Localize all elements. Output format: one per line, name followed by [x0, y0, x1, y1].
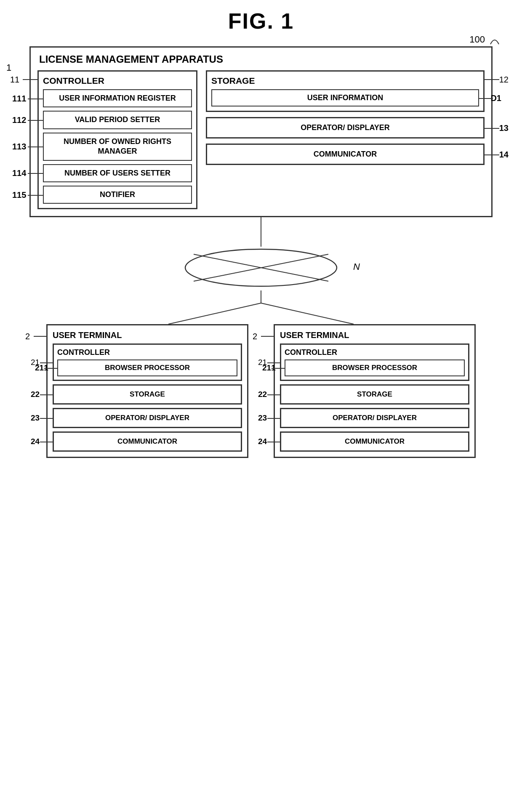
apparatus-inner: 11 CONTROLLER 111 USER INFORMATION REGIS… — [37, 70, 485, 209]
ref-115-line — [28, 195, 44, 196]
page: FIG. 1 1 100 LICENSE MANAGEMENT APPARATU… — [0, 0, 522, 812]
term1-browser-processor: 211 BROWSER PROCESSOR — [57, 359, 237, 376]
ref-211-left-line — [44, 368, 58, 369]
operator-displayer-box: 13 OPERATOR/ DISPLAYER — [206, 117, 485, 138]
ref-12: 12 — [499, 75, 509, 85]
ref-22-left-line — [40, 394, 54, 395]
ref-23-right-line — [267, 418, 281, 419]
ref-24-left-line — [40, 442, 54, 442]
ref-22-right-line — [267, 394, 281, 395]
ref-111: 111 — [12, 93, 26, 104]
ref-24-right-line — [267, 442, 281, 442]
ref-24-right: 24 — [258, 437, 267, 446]
term1-communicator: 24 COMMUNICATOR — [53, 431, 242, 452]
ref-2-right: 2 — [253, 332, 257, 341]
ref-23-right: 23 — [258, 413, 267, 423]
ctrl-item-114: 114 NUMBER OF USERS SETTER — [43, 164, 192, 182]
storage-title: STORAGE — [211, 76, 479, 86]
terminal-2-wrapper: 2 USER TERMINAL 21 CONTROLLER 211 BROWSE… — [274, 324, 476, 458]
apparatus-box: LICENSE MANAGEMENT APPARATUS 11 CONTROLL… — [29, 46, 493, 217]
ref-112: 112 — [12, 114, 26, 125]
figure-title: FIG. 1 — [8, 8, 514, 34]
ref-23-left-line — [40, 418, 54, 419]
ref-13-line — [483, 128, 499, 129]
vert-line-top — [261, 217, 261, 247]
ref-2-left: 2 — [25, 332, 30, 341]
ctrl-ref-line — [23, 79, 39, 80]
ref-114: 114 — [12, 168, 26, 178]
ref-14: 14 — [499, 149, 509, 159]
ref-111-line — [28, 99, 44, 99]
term1-ctrl-title: CONTROLLER — [57, 348, 237, 357]
ref-113: 113 — [12, 141, 26, 152]
ref-23-left: 23 — [31, 413, 40, 423]
terminals-row: 2 USER TERMINAL 21 CONTROLLER 211 BROWSE… — [29, 324, 493, 458]
ref-115: 115 — [12, 189, 26, 200]
term1-controller-box: 21 CONTROLLER 211 BROWSER PROCESSOR — [53, 343, 242, 381]
ref-14-line — [483, 154, 499, 155]
ref-112-line — [28, 120, 44, 121]
svg-line-6 — [261, 303, 354, 324]
ctrl-item-111: 111 USER INFORMATION REGISTER — [43, 89, 192, 107]
ref-12-line — [483, 79, 499, 80]
diverge-svg — [93, 290, 429, 324]
ref-2-left-line — [34, 336, 46, 337]
network-label-n: N — [353, 261, 360, 272]
network-ellipse-svg — [181, 247, 341, 289]
ref-13: 13 — [499, 123, 509, 133]
ref-2-right-line — [261, 336, 274, 337]
ref-D1-line — [478, 98, 493, 99]
controller-box: 11 CONTROLLER 111 USER INFORMATION REGIS… — [37, 70, 197, 209]
controller-title: CONTROLLER — [43, 76, 192, 86]
terminal-2-title: USER TERMINAL — [280, 330, 469, 340]
storage-box: 12 STORAGE D1 USER INFORMATION — [206, 70, 485, 112]
storage-user-info: D1 USER INFORMATION — [211, 89, 479, 106]
ref-114-line — [28, 173, 44, 174]
ref-label-1: 1 — [6, 62, 11, 73]
ctrl-item-115: 115 NOTIFIER — [43, 186, 192, 204]
ref-22-left: 22 — [31, 390, 40, 399]
ctrl-item-113: 113 NUMBER OF OWNED RIGHTS MANAGER — [43, 133, 192, 161]
terminal-1-box: USER TERMINAL 21 CONTROLLER 211 BROWSER … — [46, 324, 248, 458]
storage-section: 12 STORAGE D1 USER INFORMATION — [206, 70, 485, 209]
communicator-box-apparatus: 14 COMMUNICATOR — [206, 144, 485, 165]
ref-113-line — [28, 146, 44, 147]
term1-operator: 23 OPERATOR/ DISPLAYER — [53, 408, 242, 428]
ref-label-100: 100 — [469, 34, 501, 46]
ctrl-ref-11: 11 — [10, 75, 19, 85]
apparatus-wrapper: 1 100 LICENSE MANAGEMENT APPARATUS 11 CO… — [29, 46, 493, 217]
term2-browser-processor: 211 BROWSER PROCESSOR — [285, 359, 465, 376]
term2-storage: 22 STORAGE — [280, 384, 469, 405]
ref-24-left: 24 — [31, 437, 40, 446]
ctrl-item-112: 112 VALID PERIOD SETTER — [43, 111, 192, 129]
term2-ctrl-title: CONTROLLER — [285, 348, 465, 357]
term2-communicator: 24 COMMUNICATOR — [280, 431, 469, 452]
term2-controller-box: 21 CONTROLLER 211 BROWSER PROCESSOR — [280, 343, 469, 381]
network-section: N — [8, 217, 514, 324]
network-ellipse-container: N — [181, 247, 341, 290]
apparatus-title: LICENSE MANAGEMENT APPARATUS — [39, 53, 485, 65]
ref-22-right: 22 — [258, 390, 267, 399]
diverge-container — [93, 290, 429, 324]
terminal-1-title: USER TERMINAL — [53, 330, 242, 340]
term2-operator: 23 OPERATOR/ DISPLAYER — [280, 408, 469, 428]
term1-storage: 22 STORAGE — [53, 384, 242, 405]
terminal-2-box: USER TERMINAL 21 CONTROLLER 211 BROWSER … — [274, 324, 476, 458]
ref-211-right-line — [272, 368, 285, 369]
svg-line-5 — [168, 303, 261, 324]
terminal-1-wrapper: 2 USER TERMINAL 21 CONTROLLER 211 BROWSE… — [46, 324, 248, 458]
